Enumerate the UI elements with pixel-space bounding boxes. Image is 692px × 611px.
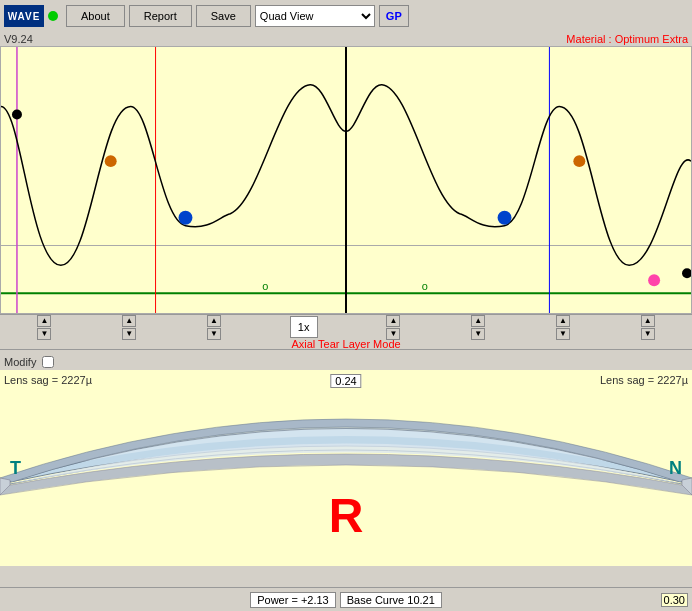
ctrl-dn-6[interactable]: ▼ (556, 328, 570, 340)
report-button[interactable]: Report (129, 5, 192, 27)
svg-point-9 (178, 211, 192, 225)
svg-text:o: o (262, 280, 268, 292)
ctrl-up-7[interactable]: ▲ (641, 315, 655, 327)
ctrl-group-3: ▲ ▼ (207, 315, 221, 340)
ctrl-dn-1[interactable]: ▼ (37, 328, 51, 340)
ctrl-group-5: ▲ ▼ (471, 315, 485, 340)
svg-point-7 (105, 155, 117, 167)
t-label: T (10, 458, 21, 479)
ctrl-dn-7[interactable]: ▼ (641, 328, 655, 340)
ctrl-dn-3[interactable]: ▼ (207, 328, 221, 340)
modify-checkbox[interactable] (42, 356, 54, 368)
chart-area: 140u 11.80 o o (0, 46, 692, 314)
base-curve-info: Base Curve 10.21 (340, 592, 442, 608)
bottom-right-value: 0.30 (661, 593, 688, 607)
lens-area: Lens sag = 2227µ Lens sag = 2227µ 0.24 T… (0, 370, 692, 566)
gp-button[interactable]: GP (379, 5, 409, 27)
svg-point-10 (498, 211, 512, 225)
svg-point-11 (648, 274, 660, 286)
r-label: R (329, 488, 364, 543)
lens-center-value: 0.24 (330, 374, 361, 388)
ctrl-dn-2[interactable]: ▼ (122, 328, 136, 340)
power-info: Power = +2.13 (250, 592, 336, 608)
zoom-display: 1x (290, 316, 318, 338)
svg-point-13 (12, 110, 22, 120)
svg-point-8 (573, 155, 585, 167)
lens-sag-right: Lens sag = 2227µ (600, 374, 688, 386)
svg-text:o: o (422, 280, 428, 292)
ctrl-up-3[interactable]: ▲ (207, 315, 221, 327)
ctrl-group-6: ▲ ▼ (556, 315, 570, 340)
wave-logo: WAVE (4, 5, 44, 27)
ctrl-group-4: ▲ ▼ (386, 315, 400, 340)
view-select[interactable]: Quad View (255, 5, 375, 27)
lens-sag-left: Lens sag = 2227µ (4, 374, 92, 386)
n-label: N (669, 458, 682, 479)
ctrl-dn-5[interactable]: ▼ (471, 328, 485, 340)
status-dot (48, 11, 58, 21)
ctrl-group-7: ▲ ▼ (641, 315, 655, 340)
ctrl-group-1: ▲ ▼ (37, 315, 51, 340)
axial-mode-label: Axial Tear Layer Mode (0, 338, 692, 350)
material-label: Material : Optimum Extra (566, 33, 688, 45)
ctrl-up-5[interactable]: ▲ (471, 315, 485, 327)
ctrl-up-1[interactable]: ▲ (37, 315, 51, 327)
modify-label: Modify (4, 356, 36, 368)
ctrl-group-2: ▲ ▼ (122, 315, 136, 340)
ctrl-up-6[interactable]: ▲ (556, 315, 570, 327)
ctrl-up-2[interactable]: ▲ (122, 315, 136, 327)
version-label: V9.24 (4, 33, 33, 45)
chart-svg: o o (1, 47, 691, 313)
save-button[interactable]: Save (196, 5, 251, 27)
about-button[interactable]: About (66, 5, 125, 27)
ctrl-up-4[interactable]: ▲ (386, 315, 400, 327)
